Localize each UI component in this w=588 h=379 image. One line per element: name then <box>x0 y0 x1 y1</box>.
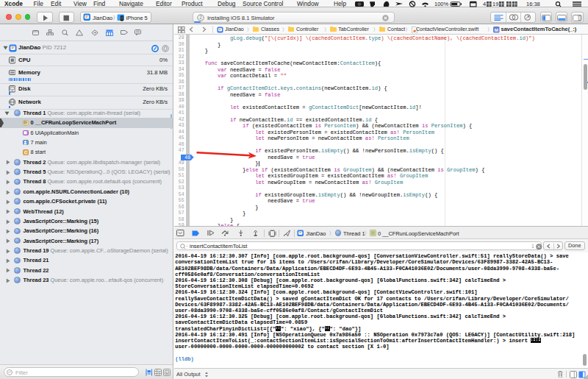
svg-text:100%: 100% <box>434 1 449 7</box>
svg-text:M: M <box>495 27 498 32</box>
svg-text:4: 4 <box>483 1 486 7</box>
svg-text:19: 19 <box>492 1 498 7</box>
svg-text:2: 2 <box>199 15 202 20</box>
svg-text:16:38: 16:38 <box>526 1 540 7</box>
